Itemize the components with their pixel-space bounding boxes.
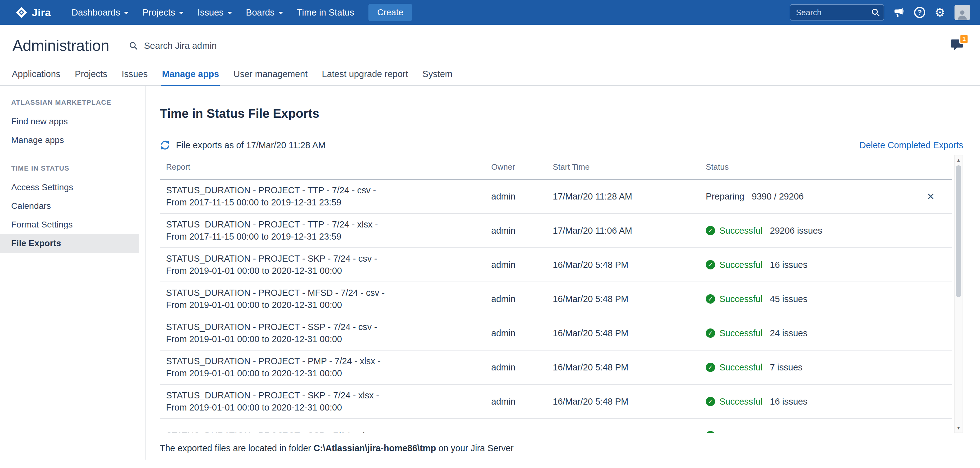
status-cell: ✓ Successful 16 issues bbox=[706, 397, 952, 407]
tab-user-management[interactable]: User management bbox=[233, 64, 309, 86]
report-range: From 2019-01-01 00:00 to 2020-12-31 00:0… bbox=[166, 299, 491, 311]
report-cell: STATUS_DURATION - PROJECT - TTP - 7/24 -… bbox=[160, 184, 491, 208]
navbar-item-label: Time in Status bbox=[297, 8, 354, 18]
sidebar: ATLASSIAN MARKETPLACE Find new appsManag… bbox=[0, 86, 146, 460]
report-name: STATUS_DURATION - PROJECT - SKP - 7/24 -… bbox=[166, 389, 491, 401]
report-start-time: 16/Mar/20 5:48 PM bbox=[553, 328, 706, 338]
report-owner: admin bbox=[491, 362, 553, 373]
refresh-button[interactable] bbox=[160, 140, 170, 151]
sidebar-item-access-settings[interactable]: Access Settings bbox=[0, 178, 145, 197]
table-scrollbar[interactable]: ▲ ▼ bbox=[954, 155, 963, 433]
report-range: From 2019-01-01 00:00 to 2020-12-31 00:0… bbox=[166, 401, 491, 414]
report-name: STATUS_DURATION - PROJECT - SSP - 7/24 -… bbox=[166, 321, 491, 333]
page-title: Administration bbox=[13, 36, 109, 55]
success-check-icon: ✓ bbox=[706, 397, 715, 406]
navbar-item-time-in-status[interactable]: Time in Status bbox=[290, 0, 361, 25]
report-start-time: 16/Mar/20 5:48 PM bbox=[553, 294, 706, 304]
status-cell: ✓ Successful 7 issues bbox=[706, 362, 952, 373]
status-detail: 16 issues bbox=[770, 397, 807, 407]
status-text: Successful bbox=[719, 397, 762, 407]
status-cell: Preparing 9390 / 29206 bbox=[706, 192, 952, 201]
navbar-item-issues[interactable]: Issues bbox=[191, 0, 239, 25]
navbar-item-dashboards[interactable]: Dashboards bbox=[65, 0, 135, 25]
status-text: Successful bbox=[719, 328, 762, 338]
exports-as-of-text: File exports as of 17/Mar/20 11:28 AM bbox=[176, 140, 326, 151]
admin-settings-button[interactable]: ⚙ bbox=[935, 6, 945, 18]
report-name: STATUS_DURATION - PROJECT - SSP - 7/24 -… bbox=[166, 430, 491, 433]
sidebar-section-items: Access SettingsCalendarsFormat SettingsF… bbox=[0, 178, 145, 253]
navbar-menu: Dashboards Projects Issues Boards Time i… bbox=[65, 0, 361, 25]
report-range: From 2019-01-01 00:00 to 2020-12-31 00:0… bbox=[166, 367, 491, 379]
report-cell: STATUS_DURATION - PROJECT - SKP - 7/24 -… bbox=[160, 389, 491, 414]
report-cell: STATUS_DURATION - PROJECT - SKP - 7/24 -… bbox=[160, 253, 491, 277]
tab-latest-upgrade-report[interactable]: Latest upgrade report bbox=[321, 64, 409, 86]
report-name: STATUS_DURATION - PROJECT - MFSD - 7/24 … bbox=[166, 287, 491, 299]
exports-toolbar: File exports as of 17/Mar/20 11:28 AM De… bbox=[160, 140, 963, 151]
sidebar-item-calendars[interactable]: Calendars bbox=[0, 197, 145, 215]
top-navbar: Jira Dashboards Projects Issues Boards T… bbox=[0, 0, 980, 25]
section-title: Time in Status File Exports bbox=[160, 106, 963, 121]
create-button[interactable]: Create bbox=[368, 4, 412, 21]
scrollbar-thumb[interactable] bbox=[956, 165, 961, 297]
tab-manage-apps[interactable]: Manage apps bbox=[161, 64, 220, 86]
sidebar-item-file-exports[interactable]: File Exports bbox=[0, 234, 139, 253]
sidebar-item-find-new-apps[interactable]: Find new apps bbox=[0, 112, 145, 131]
sidebar-section-header: TIME IN STATUS bbox=[0, 161, 145, 178]
table-row: STATUS_DURATION - PROJECT - SKP - 7/24 -… bbox=[160, 385, 952, 419]
report-range: From 2019-01-01 00:00 to 2020-12-31 00:0… bbox=[166, 265, 491, 277]
notifications-button[interactable]: 1 bbox=[950, 38, 964, 53]
tab-system[interactable]: System bbox=[422, 64, 453, 86]
content: ATLASSIAN MARKETPLACE Find new appsManag… bbox=[0, 86, 980, 460]
sidebar-item-manage-apps[interactable]: Manage apps bbox=[0, 131, 145, 149]
tab-label: System bbox=[423, 69, 453, 79]
report-range: From 2017-11-15 00:00 to 2019-12-31 23:5… bbox=[166, 197, 491, 208]
note-suffix: on your Jira Server bbox=[436, 443, 514, 453]
column-header-report: Report bbox=[160, 162, 491, 172]
report-name: STATUS_DURATION - PROJECT - TTP - 7/24 -… bbox=[166, 219, 491, 231]
scroll-down-arrow-icon[interactable]: ▼ bbox=[955, 424, 963, 432]
navbar-item-projects[interactable]: Projects bbox=[135, 0, 191, 25]
report-owner: admin bbox=[491, 397, 553, 407]
file-exports-table: ReportOwnerStart TimeStatus STATUS_DURAT… bbox=[160, 155, 963, 433]
help-button[interactable]: ? bbox=[914, 7, 925, 18]
navbar-search-input[interactable] bbox=[790, 4, 884, 21]
table-row: STATUS_DURATION - PROJECT - SSP - 7/24 -… bbox=[160, 419, 952, 433]
feedback-button[interactable] bbox=[894, 8, 905, 17]
tab-projects[interactable]: Projects bbox=[74, 64, 108, 86]
status-text: Successful bbox=[719, 225, 762, 236]
success-check-icon: ✓ bbox=[706, 294, 715, 304]
column-header-status: Status bbox=[706, 162, 952, 172]
report-cell: STATUS_DURATION - PROJECT - PMP - 7/24 -… bbox=[160, 355, 491, 379]
admin-search-input[interactable] bbox=[143, 40, 292, 52]
status-cell: ✓ Successful 45 issues bbox=[706, 294, 952, 304]
scroll-up-arrow-icon[interactable]: ▲ bbox=[955, 156, 963, 164]
tab-label: Issues bbox=[122, 69, 148, 79]
report-start-time: 16/Mar/20 5:48 PM bbox=[553, 397, 706, 407]
table-row: STATUS_DURATION - PROJECT - TTP - 7/24 -… bbox=[160, 179, 952, 214]
notification-badge: 1 bbox=[959, 34, 969, 44]
jira-logo[interactable]: Jira bbox=[16, 6, 51, 19]
export-folder-path: C:\Atlassian\jira-home86\tmp bbox=[313, 443, 436, 453]
admin-tabbar: Applications Projects Issues Manage apps… bbox=[0, 64, 980, 86]
jira-logo-icon bbox=[16, 6, 27, 18]
report-owner: admin bbox=[491, 260, 553, 270]
column-header-owner: Owner bbox=[491, 162, 553, 172]
status-cell: ✓ Successful 16 issues bbox=[706, 260, 952, 270]
delete-completed-exports-link[interactable]: Delete Completed Exports bbox=[859, 140, 963, 151]
status-cell: ✓ bbox=[706, 431, 952, 433]
status-detail: 16 issues bbox=[770, 260, 807, 270]
status-text: Successful bbox=[719, 294, 762, 304]
status-cell: ✓ Successful 24 issues bbox=[706, 328, 952, 338]
report-owner: admin bbox=[491, 294, 553, 304]
export-location-note: The exported files are located in folder… bbox=[160, 443, 963, 454]
tab-applications[interactable]: Applications bbox=[11, 64, 61, 86]
chevron-down-icon bbox=[278, 12, 283, 14]
table-row: STATUS_DURATION - PROJECT - SKP - 7/24 -… bbox=[160, 248, 952, 282]
cancel-export-button[interactable]: ✕ bbox=[927, 191, 935, 202]
user-avatar[interactable] bbox=[955, 5, 970, 20]
report-owner: admin bbox=[491, 225, 553, 236]
status-detail: 45 issues bbox=[770, 294, 807, 304]
sidebar-item-format-settings[interactable]: Format Settings bbox=[0, 215, 145, 234]
navbar-item-boards[interactable]: Boards bbox=[239, 0, 290, 25]
tab-issues[interactable]: Issues bbox=[121, 64, 148, 86]
